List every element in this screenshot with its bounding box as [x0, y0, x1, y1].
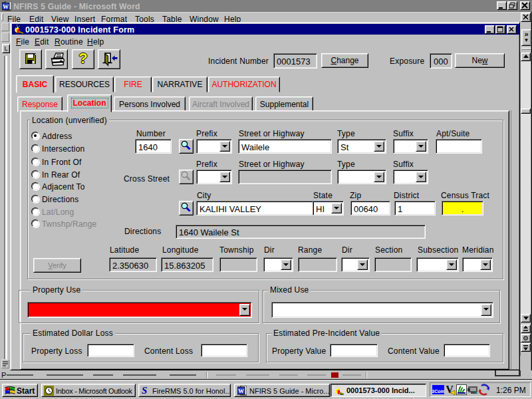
- svg-text:3Com: 3Com: [432, 389, 444, 394]
- svg-text:W: W: [238, 388, 244, 394]
- svg-text:W: W: [3, 3, 9, 10]
